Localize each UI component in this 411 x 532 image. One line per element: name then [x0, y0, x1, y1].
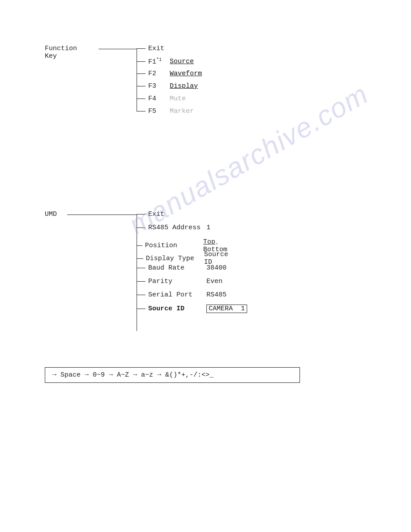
- umd-key-baud-rate: Baud Rate: [148, 264, 206, 272]
- umd-key-position: Position: [145, 242, 203, 249]
- fk-key-f5: F5: [148, 107, 166, 115]
- umd-horiz-line: [67, 215, 137, 215]
- fk-tick-f1: [137, 61, 146, 62]
- fk-key-f2: F2: [148, 70, 166, 77]
- fk-key-f3: F3: [148, 82, 166, 90]
- fk-row-f4: F4 Mute: [137, 95, 186, 103]
- umd-key-source-id: Source ID: [148, 305, 206, 313]
- umd-tick-exit: [137, 214, 146, 215]
- fk-value-f1: Source: [170, 58, 194, 65]
- fk-tick-f5: [137, 111, 146, 112]
- chars-box: → Space → 0~9 → A~Z → a~z → &()*+,-/:<>_: [45, 367, 300, 383]
- umd-row-source-id: Source ID CAMERA 1: [137, 305, 247, 313]
- function-key-label: Function Key: [45, 45, 77, 60]
- umd-key-rs485: RS485 Address: [148, 224, 206, 232]
- umd-tick-display-type: [137, 258, 143, 259]
- fk-row-f3: F3 Display: [137, 82, 198, 90]
- fk-value-f5: Marker: [170, 107, 194, 115]
- umd-value-display-type: Source ID: [204, 251, 231, 266]
- umd-key-serial-port: Serial Port: [148, 291, 206, 299]
- umd-row-rs485: RS485 Address 1: [137, 224, 210, 232]
- umd-value-baud-rate: 38400: [206, 264, 227, 272]
- fk-value-f2: Waveform: [170, 70, 202, 77]
- umd-tick-source-id: [137, 309, 146, 309]
- umd-vert-line: [137, 215, 137, 331]
- umd-tick-serial-port: [137, 295, 146, 295]
- umd-value-rs485: 1: [206, 224, 210, 232]
- umd-row-exit: Exit: [137, 210, 206, 218]
- fk-tick-f2: [137, 73, 146, 74]
- umd-label: UMD: [45, 210, 57, 218]
- fk-tick-f4: [137, 99, 146, 99]
- fk-value-f3: Display: [170, 82, 198, 90]
- umd-value-serial-port: RS485: [206, 291, 227, 299]
- umd-tick-rs485: [137, 227, 146, 228]
- umd-tick-baud-rate: [137, 268, 146, 268]
- umd-tick-position: [137, 245, 142, 246]
- fk-row-f1: F1*1 Source: [137, 57, 194, 66]
- fk-horiz-line: [98, 49, 137, 49]
- umd-row-baud-rate: Baud Rate 38400: [137, 264, 227, 272]
- umd-row-serial-port: Serial Port RS485: [137, 291, 227, 299]
- fk-row-f5: F5 Marker: [137, 107, 194, 115]
- umd-value-source-id: CAMERA 1: [206, 305, 247, 313]
- fk-tick-f3: [137, 86, 146, 86]
- umd-key-parity: Parity: [148, 278, 206, 285]
- fk-value-f4: Mute: [170, 95, 186, 103]
- umd-value-parity: Even: [206, 278, 223, 285]
- umd-row-display-type: Display Type Source ID: [137, 251, 231, 266]
- fk-row-f2: F2 Waveform: [137, 70, 202, 77]
- chars-section: → Space → 0~9 → A~Z → a~z → &()*+,-/:<>_: [45, 367, 309, 383]
- fk-key-exit: Exit: [148, 45, 166, 52]
- umd-key-exit: Exit: [148, 210, 206, 218]
- fk-tick-exit: [137, 48, 146, 49]
- umd-key-display-type: Display Type: [146, 255, 204, 262]
- fk-key-f1: F1*1: [148, 57, 166, 66]
- fk-row-exit: Exit: [137, 45, 166, 52]
- umd-row-parity: Parity Even: [137, 278, 223, 285]
- umd-tick-parity: [137, 281, 146, 282]
- chars-sequence: → Space → 0~9 → A~Z → a~z → &()*+,-/:<>_: [52, 371, 214, 379]
- fk-key-f4: F4: [148, 95, 166, 103]
